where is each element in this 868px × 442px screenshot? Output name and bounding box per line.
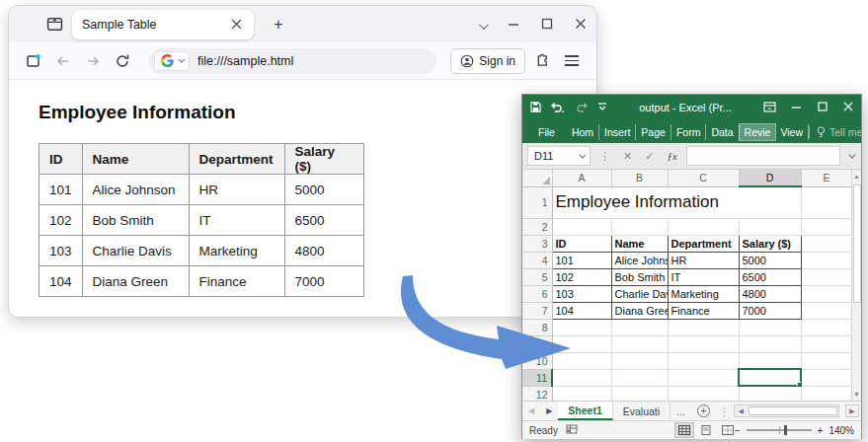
- cell-B12[interactable]: [611, 386, 668, 401]
- column-header-C[interactable]: C: [668, 170, 739, 186]
- fill-handle[interactable]: [797, 382, 802, 387]
- column-header-A[interactable]: A: [552, 170, 611, 186]
- ribbon-tab-file[interactable]: File: [530, 124, 563, 140]
- tab-close-icon[interactable]: [229, 17, 244, 34]
- cell-B9[interactable]: [611, 335, 668, 352]
- cell-E9[interactable]: [801, 335, 852, 352]
- page-break-view-icon[interactable]: [719, 423, 737, 437]
- tell-me-box[interactable]: Tell me...: [809, 126, 861, 138]
- cell-E5[interactable]: [801, 268, 852, 285]
- confirm-entry-icon[interactable]: ✓: [641, 150, 658, 163]
- ribbon-tab-view[interactable]: View: [775, 124, 809, 140]
- cell-D5[interactable]: 6500: [739, 268, 801, 285]
- cell-B11[interactable]: [611, 369, 668, 386]
- cell-C4[interactable]: HR: [668, 252, 739, 268]
- redo-icon[interactable]: [574, 102, 589, 114]
- tab-list-icon[interactable]: [46, 16, 63, 37]
- cell-D4[interactable]: 5000: [739, 252, 801, 268]
- cell-A1-title[interactable]: Employee Information: [552, 186, 801, 218]
- column-header-D[interactable]: D: [739, 170, 801, 186]
- new-sheet-button[interactable]: +: [697, 405, 710, 417]
- new-tab-button[interactable]: +: [268, 14, 289, 36]
- cell-C3[interactable]: Department: [668, 235, 739, 252]
- row-header-4[interactable]: 4: [522, 252, 552, 268]
- cell-D2[interactable]: [739, 218, 801, 235]
- hscroll-left-icon[interactable]: ◀: [735, 407, 746, 415]
- cell-D6[interactable]: 4800: [739, 285, 801, 302]
- cell-B10[interactable]: [611, 352, 668, 369]
- cell-E4[interactable]: [801, 252, 852, 268]
- cell-E7[interactable]: [801, 302, 852, 319]
- sheet-tabs-overflow[interactable]: ...: [671, 405, 691, 417]
- browser-tab[interactable]: Sample Table: [72, 10, 254, 39]
- list-tabs-chevron-icon[interactable]: [479, 16, 486, 34]
- normal-view-icon[interactable]: [675, 423, 693, 437]
- scroll-up-icon[interactable]: ▲: [852, 170, 861, 183]
- extensions-icon[interactable]: [529, 48, 555, 74]
- vertical-scrollbar[interactable]: ▲ ▼: [851, 170, 861, 401]
- cell-C11[interactable]: [668, 369, 739, 386]
- undo-icon[interactable]: [550, 102, 565, 114]
- cell-E10[interactable]: [801, 352, 852, 369]
- back-button[interactable]: [50, 48, 76, 74]
- ribbon-tab-hom[interactable]: Hom: [567, 124, 599, 140]
- cell-D11[interactable]: [739, 369, 801, 386]
- cell-C5[interactable]: IT: [668, 268, 739, 285]
- row-header-12[interactable]: 12: [522, 386, 552, 401]
- page-layout-view-icon[interactable]: [697, 423, 715, 437]
- name-box[interactable]: D11: [527, 146, 591, 166]
- ribbon-tab-insert[interactable]: Insert: [599, 124, 636, 140]
- zoom-level[interactable]: 140%: [829, 425, 854, 436]
- cell-B5[interactable]: Bob Smith: [611, 268, 668, 285]
- customize-quick-access-icon[interactable]: [597, 102, 607, 113]
- cell-D7[interactable]: 7000: [739, 302, 801, 319]
- url-bar[interactable]: file:///sample.html: [149, 48, 436, 74]
- hscroll-right-icon[interactable]: ▶: [845, 405, 859, 417]
- firefox-view-icon[interactable]: [21, 48, 46, 74]
- sheet-tab-evaluati[interactable]: Evaluati: [613, 402, 671, 420]
- cell-C7[interactable]: Finance: [668, 302, 739, 319]
- save-icon[interactable]: [530, 102, 541, 114]
- ribbon-tab-form[interactable]: Form: [671, 124, 707, 140]
- macro-record-icon[interactable]: [566, 424, 578, 436]
- cell-A4[interactable]: 101: [552, 252, 611, 268]
- cell-E11[interactable]: [801, 369, 852, 386]
- sheet-tab-sheet1[interactable]: Sheet1: [558, 402, 612, 420]
- column-header-E[interactable]: E: [801, 170, 852, 186]
- sheet-nav-left-icon[interactable]: ◀: [522, 406, 540, 415]
- cell-E1[interactable]: [801, 186, 852, 218]
- row-header-3[interactable]: 3: [522, 235, 552, 252]
- cell-B2[interactable]: [611, 218, 668, 235]
- ribbon-tab-page[interactable]: Page: [636, 124, 671, 140]
- forward-button[interactable]: [80, 48, 106, 74]
- cancel-entry-icon[interactable]: ✕: [619, 150, 636, 163]
- row-header-2[interactable]: 2: [522, 218, 552, 235]
- cell-E2[interactable]: [801, 218, 852, 235]
- search-engine-selector[interactable]: [154, 51, 190, 71]
- ribbon-tab-revie[interactable]: Revie: [740, 124, 776, 140]
- close-button[interactable]: [575, 16, 587, 34]
- cell-C9[interactable]: [668, 335, 739, 352]
- scroll-down-icon[interactable]: ▼: [852, 388, 861, 401]
- cell-A3[interactable]: ID: [552, 235, 611, 252]
- cell-D10[interactable]: [739, 352, 801, 369]
- cell-B8[interactable]: [611, 319, 668, 335]
- cell-E8[interactable]: [801, 319, 852, 335]
- cell-C2[interactable]: [668, 218, 739, 235]
- cell-C6[interactable]: Marketing: [668, 285, 739, 302]
- cell-B6[interactable]: Charlie Davis: [611, 285, 668, 302]
- cell-E12[interactable]: [801, 386, 852, 401]
- maximize-button[interactable]: [541, 16, 553, 34]
- sign-in-button[interactable]: Sign in: [450, 48, 525, 74]
- cell-C12[interactable]: [668, 386, 739, 401]
- horizontal-scrollbar[interactable]: ◀: [734, 405, 839, 417]
- cell-D12[interactable]: [739, 386, 801, 401]
- row-header-1[interactable]: 1: [522, 186, 552, 218]
- select-all-button[interactable]: [522, 170, 552, 186]
- cell-B4[interactable]: Alice Johnson: [611, 252, 668, 268]
- cell-B3[interactable]: Name: [611, 235, 668, 252]
- cell-D9[interactable]: [739, 335, 801, 352]
- cell-B7[interactable]: Diana Green: [611, 302, 668, 319]
- cell-C10[interactable]: [668, 352, 739, 369]
- hscroll-thumb[interactable]: [749, 406, 837, 415]
